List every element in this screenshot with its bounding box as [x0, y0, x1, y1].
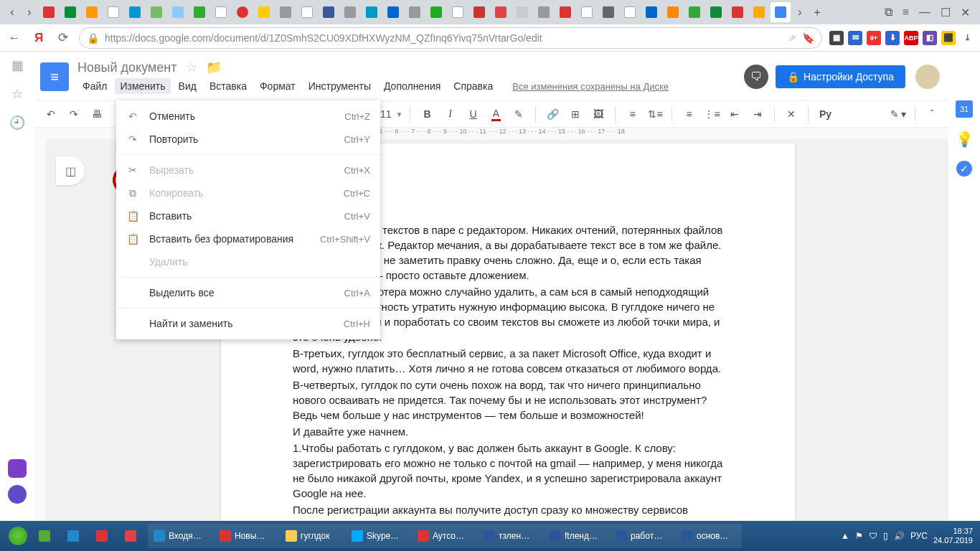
doc-title[interactable]: Новый документ [77, 60, 177, 75]
favorite-icon[interactable]: ☆ [11, 86, 23, 102]
menu-view[interactable]: Вид [174, 78, 202, 94]
outdent-icon[interactable]: ⇤ [725, 105, 744, 123]
task-item[interactable]: тзлен… [478, 524, 544, 548]
underline-icon[interactable]: U [463, 105, 482, 123]
tab[interactable] [297, 2, 317, 22]
bookmark-icon[interactable]: 🔖 [802, 32, 814, 44]
tab[interactable] [749, 2, 769, 22]
ext-icon[interactable]: ✉ [848, 31, 862, 45]
undo-icon[interactable]: ↶ [42, 105, 60, 123]
tab[interactable] [319, 2, 339, 22]
tab[interactable] [82, 2, 102, 22]
ext-icon[interactable]: ⬇ [885, 31, 900, 45]
tray-up-icon[interactable]: ▲ [841, 531, 849, 541]
editing-mode-icon[interactable]: ✎ ▾ [889, 105, 908, 123]
task-item[interactable]: основ… [676, 524, 742, 548]
alice-icon[interactable] [8, 459, 27, 478]
tab[interactable] [340, 2, 360, 22]
body-text[interactable]: После регистрации аккаунта вы получите д… [293, 502, 723, 521]
bold-icon[interactable]: B [418, 105, 436, 123]
menu-file[interactable]: Файл [77, 78, 112, 94]
task-item[interactable]: гуглдок [280, 524, 346, 548]
task-item[interactable]: Новы… [214, 524, 280, 548]
account-avatar[interactable] [915, 65, 940, 89]
calendar-icon[interactable]: 31 [956, 100, 973, 118]
body-text[interactable]: 1.Чтобы работать с гуглдоком, у вас долж… [293, 441, 723, 501]
ext-icon[interactable]: 9+ [867, 31, 881, 45]
tab[interactable] [491, 2, 511, 22]
tab[interactable] [448, 2, 468, 22]
tab[interactable] [189, 2, 209, 22]
tabs-fwd-icon[interactable]: › [22, 4, 37, 20]
align-icon[interactable]: ≡ [623, 105, 641, 123]
tab[interactable] [598, 2, 618, 22]
task-pin[interactable] [119, 524, 148, 548]
reload-icon[interactable]: ⟳ [55, 29, 72, 47]
tab[interactable] [577, 2, 597, 22]
tab[interactable] [727, 2, 748, 22]
edit-menu-item[interactable]: 📋ВставитьCtrl+V [116, 204, 380, 227]
tab[interactable] [663, 2, 683, 22]
menu-addons[interactable]: Дополнения [379, 78, 446, 94]
body-text[interactable]: В-четвертых, гуглдок по сути очень похож… [293, 377, 723, 423]
tab[interactable] [362, 2, 382, 22]
chevron-down-icon[interactable]: ▼ [396, 110, 403, 118]
tab[interactable] [39, 2, 59, 22]
edit-menu-item[interactable]: 📋Вставить без форматированияCtrl+Shift+V [116, 227, 380, 250]
menu-insert[interactable]: Вставка [204, 78, 252, 94]
maximize-icon[interactable]: ☐ [941, 6, 951, 19]
ext-icon[interactable]: ⬛ [941, 31, 956, 45]
collapse-icon[interactable]: ˆ [923, 105, 941, 123]
tabs-more-icon[interactable]: › [792, 4, 808, 20]
tab[interactable] [60, 2, 80, 22]
tab[interactable] [168, 2, 188, 22]
keep-icon[interactable]: 💡 [956, 131, 974, 148]
tab[interactable] [684, 2, 705, 22]
tab[interactable] [125, 2, 145, 22]
tray-lang[interactable]: РУС [910, 531, 928, 541]
menu-edit[interactable]: Изменить [115, 78, 170, 94]
tab[interactable] [211, 2, 231, 22]
task-pin[interactable] [33, 524, 62, 548]
tray-clock[interactable]: 18:37 24.07.2019 [933, 527, 973, 545]
text-color-icon[interactable]: A [486, 105, 505, 123]
edit-menu-item[interactable]: Выделить всеCtrl+A [116, 281, 380, 304]
tab[interactable] [405, 2, 425, 22]
outline-toggle-icon[interactable]: ◫ [56, 156, 85, 185]
clear-format-icon[interactable]: ✕ [782, 105, 801, 123]
body-text[interactable]: И давайте уже начнем. [293, 424, 723, 439]
back-icon[interactable]: ← [6, 29, 23, 47]
menu-format[interactable]: Формат [255, 78, 301, 94]
numbered-list-icon[interactable]: ≡ [679, 105, 698, 123]
task-pin[interactable] [62, 524, 90, 548]
new-tab-icon[interactable]: ＋ [809, 4, 825, 20]
save-status[interactable]: Все изменения сохранены на Диске [512, 81, 669, 92]
tab[interactable] [641, 2, 661, 22]
ext-icon[interactable]: ◧ [923, 31, 937, 45]
task-pin[interactable] [90, 524, 119, 548]
print-icon[interactable]: 🖶 [88, 105, 106, 123]
tab[interactable] [534, 2, 554, 22]
address-field[interactable]: 🔒 https://docs.google.com/document/d/1Z0… [79, 27, 822, 49]
font-size[interactable]: 11 [380, 108, 392, 120]
downloads-icon[interactable]: ⤓ [960, 31, 974, 45]
tab[interactable] [771, 2, 791, 22]
tray-icon[interactable]: 🛡 [869, 531, 877, 541]
tray-icon[interactable]: ⚑ [855, 531, 863, 541]
tab[interactable] [706, 2, 726, 22]
yandex-icon[interactable]: Я [30, 29, 47, 47]
tab[interactable] [254, 2, 274, 22]
tab[interactable] [275, 2, 296, 22]
body-text[interactable]: В-третьих, гуглдок это бесплатный сервис… [293, 346, 723, 376]
menu-tools[interactable]: Инструменты [303, 78, 376, 94]
tab[interactable] [146, 2, 166, 22]
task-item[interactable]: работ… [610, 524, 676, 548]
tray-icon[interactable]: ▯ [883, 531, 888, 541]
tab[interactable] [383, 2, 403, 22]
ext-icon[interactable]: ABP [904, 31, 918, 45]
menu-icon[interactable]: ≡ [903, 6, 909, 19]
tab[interactable] [555, 2, 575, 22]
tab[interactable] [512, 2, 532, 22]
apps-icon[interactable]: ▦ [11, 57, 24, 73]
edit-menu-item[interactable]: Найти и заменитьCtrl+H [116, 312, 380, 335]
